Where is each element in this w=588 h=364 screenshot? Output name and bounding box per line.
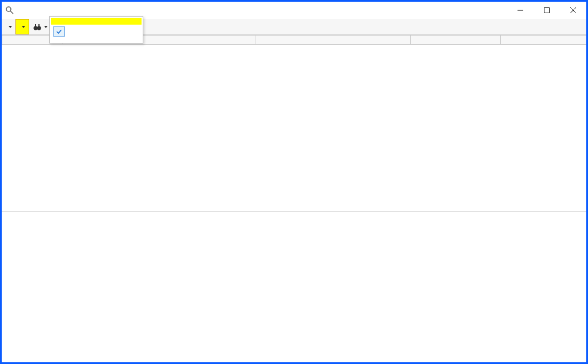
chevron-down-icon xyxy=(44,26,48,28)
col-baseline-2[interactable] xyxy=(501,36,587,45)
binoculars-menu[interactable] xyxy=(29,19,51,34)
col-baseline-1[interactable] xyxy=(411,36,501,45)
clipboard-menu[interactable] xyxy=(3,19,15,34)
menu-show-details[interactable] xyxy=(51,25,142,38)
details-pane[interactable] xyxy=(2,212,586,362)
chevron-down-icon xyxy=(9,26,12,28)
minimize-button[interactable] xyxy=(507,2,534,19)
col-policy-setting[interactable] xyxy=(256,36,411,45)
svg-rect-9 xyxy=(38,24,40,26)
check-icon xyxy=(56,29,62,34)
policy-grid[interactable] xyxy=(2,35,586,212)
binoculars-icon xyxy=(33,22,42,32)
svg-point-6 xyxy=(34,26,38,30)
svg-point-7 xyxy=(37,26,41,30)
view-menu[interactable] xyxy=(15,19,29,34)
maximize-button[interactable] xyxy=(534,2,560,19)
svg-rect-3 xyxy=(544,8,550,13)
svg-line-1 xyxy=(10,11,13,14)
app-icon xyxy=(5,6,14,15)
menu-gpo-filter[interactable] xyxy=(51,38,142,42)
chevron-down-icon xyxy=(22,26,25,28)
svg-rect-8 xyxy=(35,24,36,26)
close-button[interactable] xyxy=(560,2,586,19)
svg-point-0 xyxy=(6,7,11,11)
view-dropdown xyxy=(49,16,143,44)
